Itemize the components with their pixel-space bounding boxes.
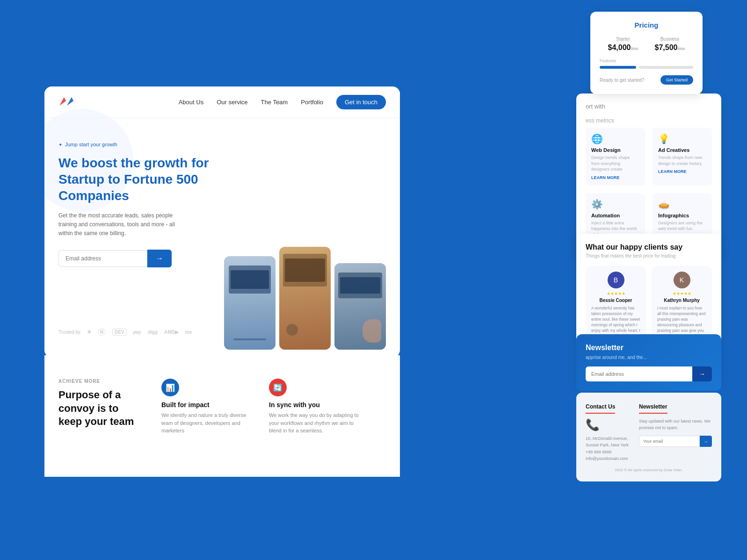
hero-image-2 bbox=[279, 247, 331, 350]
trusted-label: Trusted by bbox=[58, 330, 80, 335]
feature-1-desc: We identify and nature a truly diverse t… bbox=[161, 411, 255, 435]
bottom-section: ACHIEVE MORE Purpose of a convoy is to k… bbox=[44, 365, 400, 467]
hero-content: Jump start your growth We boost the grow… bbox=[58, 132, 224, 350]
feature-2: 🔄 In sync with you We work the way you d… bbox=[269, 379, 363, 438]
hero-submit-button[interactable]: → bbox=[147, 250, 172, 267]
trusted-logo-4: pay bbox=[133, 330, 141, 335]
footer-contact-icon: 📞 bbox=[586, 418, 630, 431]
svg-marker-2 bbox=[67, 97, 73, 106]
feature-1: 📊 Built for impact We identify and natur… bbox=[161, 379, 255, 438]
testimonial-2-stars: ★★★★★ bbox=[657, 291, 706, 296]
services-intro: ort with bbox=[586, 103, 712, 110]
feature-2-title: In sync with you bbox=[269, 401, 363, 409]
pricing-plan-business: Business $7,500/mo bbox=[655, 36, 685, 52]
infographics-icon: 🥧 bbox=[658, 199, 706, 210]
feature-1-title: Built for impact bbox=[161, 401, 255, 409]
plan-starter-period: /mo bbox=[631, 46, 638, 51]
nav-service[interactable]: Our service bbox=[217, 99, 247, 106]
achieve-tag: ACHIEVE MORE bbox=[58, 379, 143, 384]
nav-links: About Us Our service The Team Portfolio … bbox=[179, 95, 386, 109]
trusted-logo-2: N bbox=[98, 329, 106, 336]
hero-title-highlight: Startup bbox=[58, 172, 104, 187]
newsletter-title: Newsletter bbox=[586, 344, 712, 352]
infographics-name: Infographics bbox=[658, 213, 706, 218]
feature-1-icon: 📊 bbox=[161, 379, 179, 396]
ad-creatives-icon: 💡 bbox=[658, 133, 706, 144]
trusted-section: Trusted by ✳ N DEV pay digg AMD▶ me bbox=[58, 329, 215, 336]
hero-image-1 bbox=[224, 256, 276, 350]
testimonial-1-name: Bessie Cooper bbox=[591, 298, 640, 303]
footer-email-input[interactable] bbox=[639, 436, 700, 447]
hero-email-input[interactable] bbox=[58, 250, 147, 267]
pricing-title: Pricing bbox=[600, 21, 693, 29]
bar-starter bbox=[600, 66, 636, 69]
plan-starter-name: Starter bbox=[608, 36, 638, 42]
testimonials-title: What our happy clients say bbox=[586, 243, 712, 251]
footer-copyright: 2022 © All rights reserved by Solar Inta… bbox=[586, 468, 712, 472]
service-ad-creatives: 💡 Ad Creatives Trends shape from new des… bbox=[653, 128, 712, 186]
pricing-plan-starter: Starter $4,000/mo bbox=[608, 36, 638, 52]
trusted-logo-5: digg bbox=[148, 330, 158, 335]
testimonials-subtitle: Things that makes the best price for tra… bbox=[586, 253, 712, 258]
newsletter-submit-button[interactable]: → bbox=[692, 366, 712, 381]
pricing-plans: Starter $4,000/mo Business $7,500/mo bbox=[600, 36, 693, 52]
testimonial-1-stars: ★★★★★ bbox=[591, 291, 640, 296]
svg-marker-0 bbox=[59, 97, 66, 106]
testimonial-2-name: Kathryn Murphy bbox=[657, 298, 706, 303]
web-design-desc: Design trends shape from everything desi… bbox=[591, 155, 639, 172]
footer-contact-info: 10, McDonald Avenue, Sunset Park, New Yo… bbox=[586, 435, 630, 462]
footer-contact-col: Contact Us 📞 10, McDonald Avenue, Sunset… bbox=[586, 402, 630, 462]
plan-business-period: /mo bbox=[677, 46, 685, 51]
get-in-touch-button[interactable]: Get in touch bbox=[336, 95, 386, 109]
plan-business-name: Business bbox=[655, 36, 685, 42]
footer-newsletter-desc: Stay updated with our latest news. We pr… bbox=[639, 418, 712, 431]
nav-team[interactable]: The Team bbox=[261, 99, 288, 106]
plan-starter-price: $4,000/mo bbox=[608, 43, 638, 52]
pricing-cta-text: Ready to get started? bbox=[600, 78, 645, 83]
automation-icon: ⚙️ bbox=[591, 199, 639, 210]
hero-tag: Jump start your growth bbox=[58, 142, 215, 147]
trusted-logo-6: AMD▶ bbox=[164, 330, 179, 335]
footer-contact-title: Contact Us bbox=[586, 403, 615, 414]
web-design-icon: 🌐 bbox=[591, 133, 639, 144]
pricing-card: Pricing Starter $4,000/mo Business $7,50… bbox=[590, 12, 703, 94]
hero-description: Get the the most accurate leads, sales p… bbox=[58, 211, 189, 238]
nav-about[interactable]: About Us bbox=[179, 99, 203, 106]
automation-name: Automation bbox=[591, 213, 639, 218]
footer-columns: Contact Us 📞 10, McDonald Avenue, Sunset… bbox=[586, 402, 712, 462]
pricing-footer: Ready to get started? Get Started bbox=[600, 75, 693, 85]
newsletter-description: apprise around me, and the... bbox=[586, 355, 712, 360]
newsletter-panel: Newsletter apprise around me, and the...… bbox=[576, 334, 721, 391]
hero-title-part1: We boost the growth for bbox=[58, 156, 209, 170]
hero-title: We boost the growth for Startup to Fortu… bbox=[58, 155, 215, 204]
footer-newsletter-title: Newsletter bbox=[639, 403, 667, 414]
newsletter-email-input[interactable] bbox=[586, 366, 692, 381]
plan-business-price: $7,500/mo bbox=[655, 43, 685, 52]
trusted-logo-3: DEV bbox=[112, 329, 127, 336]
footer-email-form: → bbox=[639, 436, 712, 447]
features-label: Features bbox=[600, 58, 693, 63]
footer-newsletter-col: Newsletter Stay updated with our latest … bbox=[639, 402, 712, 462]
trusted-logo-7: me bbox=[185, 330, 192, 335]
feature-2-desc: We work the way you do by adapting to yo… bbox=[269, 411, 363, 435]
plan-starter-price-value: $4,000 bbox=[608, 43, 631, 51]
plan-business-price-value: $7,500 bbox=[655, 43, 678, 51]
hero-images bbox=[224, 132, 386, 350]
bottom-title: Purpose of a convoy is to keep your team bbox=[58, 388, 143, 429]
ad-creatives-link[interactable]: LEARN MORE bbox=[658, 169, 706, 174]
ad-creatives-name: Ad Creatives bbox=[658, 147, 706, 153]
bar-business bbox=[639, 66, 693, 69]
footer-email-submit[interactable]: → bbox=[700, 436, 712, 447]
hero-email-form: → bbox=[58, 250, 215, 267]
nav-portfolio[interactable]: Portfolio bbox=[301, 99, 323, 106]
get-started-button[interactable]: Get Started bbox=[660, 75, 693, 85]
features-list: 📊 Built for impact We identify and natur… bbox=[161, 379, 363, 438]
infographics-desc: Designers are using the web trend with f… bbox=[658, 220, 706, 232]
main-hero-card: About Us Our service The Team Portfolio … bbox=[44, 86, 400, 358]
web-design-name: Web Design bbox=[591, 147, 639, 153]
services-metrics: ess metrics bbox=[586, 117, 712, 124]
pricing-bars bbox=[600, 66, 693, 69]
logo[interactable] bbox=[58, 95, 77, 109]
trusted-logo-1: ✳ bbox=[87, 329, 91, 335]
web-design-link[interactable]: LEARN MORE bbox=[591, 175, 639, 180]
